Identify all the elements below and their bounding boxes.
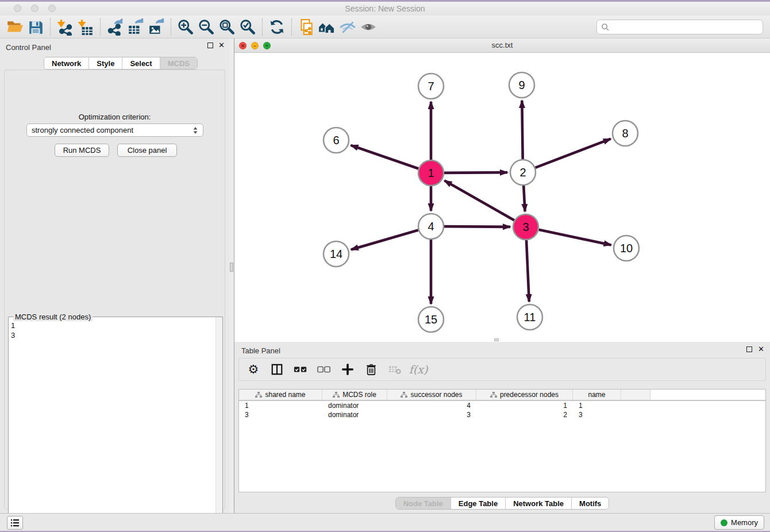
- graph-edge-2-3[interactable]: [523, 186, 525, 211]
- tab-edge-table[interactable]: Edge Table: [451, 498, 506, 509]
- graph-edge-3-10[interactable]: [539, 230, 611, 245]
- tab-node-table[interactable]: Node Table: [396, 498, 451, 509]
- table-cell[interactable]: 1: [239, 401, 322, 410]
- close-panel-icon[interactable]: ✕: [758, 346, 764, 352]
- main-toolbar: [0, 16, 770, 38]
- import-network-icon[interactable]: [55, 17, 75, 37]
- graph-edge-3-11[interactable]: [526, 240, 529, 302]
- optimization-criterion-select[interactable]: strongly connected component: [26, 124, 203, 137]
- close-panel-button[interactable]: Close panel: [117, 144, 177, 157]
- column-header-shared-name[interactable]: shared name: [239, 390, 322, 400]
- mcds-panel-body: Optimization criterion: strongly connect…: [4, 70, 225, 510]
- select-all-icon[interactable]: [293, 361, 308, 377]
- table-cell[interactable]: 1: [476, 401, 573, 410]
- graph-node-label: 1: [428, 167, 434, 179]
- network-canvas[interactable]: 7968124314101511: [234, 53, 770, 338]
- table-cell[interactable]: 3: [387, 410, 476, 419]
- tab-mcds[interactable]: MCDS: [160, 57, 197, 69]
- graph-node-label: 10: [620, 242, 633, 255]
- zoom-in-icon[interactable]: [175, 17, 196, 37]
- graph-edge-4-14[interactable]: [351, 230, 418, 249]
- divider-drag-handle[interactable]: [230, 263, 233, 272]
- memory-button-label: Memory: [731, 518, 758, 527]
- settings-icon[interactable]: ⚙: [246, 361, 261, 377]
- tab-select[interactable]: Select: [122, 57, 160, 69]
- table-panel: Table Panel ✕ ⚙ f(x) shared nameMCDS rol…: [234, 342, 770, 513]
- graph-node-label: 4: [428, 220, 434, 233]
- graph-edge-2-9[interactable]: [522, 101, 522, 159]
- status-bar: Memory: [0, 513, 770, 531]
- vertical-split-divider[interactable]: [229, 38, 234, 513]
- home-view-icon[interactable]: [317, 17, 337, 37]
- import-table-icon[interactable]: [75, 17, 96, 37]
- show-panels-icon[interactable]: [358, 17, 379, 37]
- table-cell[interactable]: 3: [239, 410, 322, 419]
- zoom-fit-icon[interactable]: [217, 17, 237, 37]
- toolbar-separator: [50, 18, 51, 36]
- table-cell[interactable]: dominator: [322, 410, 387, 419]
- float-panel-icon[interactable]: [207, 43, 213, 48]
- tab-style[interactable]: Style: [89, 57, 122, 69]
- column-type-icon: [490, 392, 497, 398]
- duplicate-network-icon[interactable]: [296, 17, 317, 37]
- toolbar-separator: [262, 18, 263, 36]
- node-table[interactable]: shared nameMCDS rolesuccessor nodesprede…: [238, 389, 766, 492]
- run-mcds-button[interactable]: Run MCDS: [55, 144, 109, 157]
- stepper-icon: [192, 126, 198, 134]
- memory-button[interactable]: Memory: [714, 515, 764, 530]
- columns-icon[interactable]: [270, 361, 284, 377]
- open-file-icon[interactable]: [5, 17, 25, 37]
- mcds-result-box[interactable]: MCDS result (2 nodes) 1 3: [8, 317, 223, 532]
- table-cell[interactable]: 4: [387, 401, 476, 410]
- column-header-predecessor-nodes[interactable]: predecessor nodes: [476, 390, 573, 400]
- mcds-result-title: MCDS result (2 nodes): [13, 313, 93, 321]
- result-scrollbar[interactable]: [215, 317, 222, 532]
- column-header-name[interactable]: name: [573, 390, 621, 400]
- search-box[interactable]: [596, 20, 763, 34]
- export-image-icon[interactable]: [146, 17, 167, 37]
- mcds-result-text: 1 3: [11, 321, 214, 532]
- table-header-row: shared nameMCDS rolesuccessor nodesprede…: [239, 390, 765, 401]
- graph-edge-1-2[interactable]: [444, 172, 507, 173]
- table-cell[interactable]: 3: [573, 410, 621, 419]
- tab-motifs[interactable]: Motifs: [572, 498, 609, 509]
- graph-node-label: 8: [622, 127, 628, 140]
- save-session-icon[interactable]: [25, 17, 46, 37]
- network-window-titlebar[interactable]: ✕ − + scc.txt: [234, 38, 770, 53]
- column-header-successor-nodes[interactable]: successor nodes: [387, 390, 476, 400]
- tab-network[interactable]: Network: [44, 57, 89, 69]
- column-header-MCDS-role[interactable]: MCDS role: [322, 390, 387, 400]
- zoom-selected-icon[interactable]: [237, 17, 258, 37]
- graph-node-label: 7: [428, 80, 434, 92]
- app-titlebar: Session: New Session: [0, 2, 770, 16]
- zoom-out-icon[interactable]: [196, 17, 217, 37]
- search-icon: [601, 23, 610, 32]
- task-list-icon: [10, 519, 20, 527]
- table-cell[interactable]: 1: [573, 401, 621, 410]
- hide-panels-icon[interactable]: [337, 17, 358, 37]
- graph-edge-4-3[interactable]: [444, 226, 510, 227]
- task-history-button[interactable]: [7, 516, 23, 530]
- graph-edge-1-6[interactable]: [351, 145, 419, 169]
- float-panel-icon[interactable]: [746, 346, 752, 352]
- table-row[interactable]: 3dominator323: [239, 410, 765, 419]
- add-row-icon[interactable]: [340, 361, 355, 377]
- tab-network-table[interactable]: Network Table: [506, 498, 572, 509]
- table-toolbar: ⚙ f(x): [238, 358, 766, 381]
- table-row[interactable]: 1dominator411: [239, 401, 765, 410]
- table-cell[interactable]: dominator: [322, 401, 387, 410]
- column-header-blank: [621, 390, 650, 400]
- unselect-all-icon[interactable]: [317, 361, 332, 377]
- column-type-icon: [401, 392, 407, 398]
- network-graph[interactable]: 7968124314101511: [234, 53, 770, 338]
- graph-edge-2-8[interactable]: [535, 139, 610, 168]
- table-cell[interactable]: 2: [476, 410, 573, 419]
- refresh-view-icon[interactable]: [267, 17, 287, 37]
- export-table-icon[interactable]: [125, 17, 146, 37]
- export-network-icon[interactable]: [105, 17, 125, 37]
- search-input[interactable]: [612, 21, 763, 33]
- graph-edge-3-1[interactable]: [444, 180, 514, 220]
- delete-row-icon[interactable]: [364, 361, 379, 377]
- divider-drag-handle[interactable]: [494, 338, 499, 341]
- close-panel-icon[interactable]: ✕: [218, 43, 225, 48]
